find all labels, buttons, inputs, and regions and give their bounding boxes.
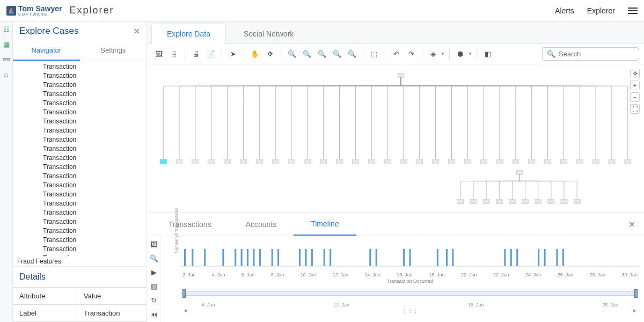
style-icon[interactable]: ⬢ <box>454 48 467 61</box>
grid-icon[interactable]: ▦ <box>2 40 11 48</box>
layout-icon[interactable]: ◈ <box>427 48 440 61</box>
svg-rect-219 <box>538 249 539 266</box>
search-box[interactable]: 🔍 <box>542 47 639 61</box>
page-icon[interactable]: 📄 <box>204 48 217 61</box>
list-item[interactable]: Transaction <box>13 126 147 135</box>
image-icon[interactable]: 🖼 <box>152 48 165 61</box>
redo-icon[interactable]: ↷ <box>405 48 418 61</box>
svg-rect-125 <box>545 159 551 164</box>
list-item[interactable]: Transaction <box>13 190 147 199</box>
svg-rect-175 <box>522 200 529 204</box>
zoom-reset-icon[interactable]: 🔍 <box>346 48 358 61</box>
time-slider[interactable] <box>182 287 638 300</box>
svg-rect-217 <box>510 249 512 266</box>
svg-rect-200 <box>253 249 254 266</box>
zoom-region-icon[interactable]: 🔍 <box>331 48 343 61</box>
fraud-features-label[interactable]: Fraud Features <box>13 257 147 266</box>
list-item[interactable]: Transaction <box>13 90 147 99</box>
zoom-out-button[interactable]: − <box>630 92 640 102</box>
navigator-list[interactable]: TransactionTransactionTransactionTransac… <box>13 61 147 257</box>
home-icon[interactable]: ⌂ <box>2 70 11 78</box>
tab-explore-data[interactable]: Explore Data <box>151 24 226 44</box>
svg-rect-212 <box>409 249 411 266</box>
list-item[interactable]: Transaction <box>13 163 147 172</box>
pan-control-icon[interactable]: ✥ <box>630 69 640 78</box>
zoom-out-icon[interactable]: 🔍 <box>301 48 313 61</box>
zoom-in-button[interactable]: + <box>630 80 640 90</box>
search-input[interactable] <box>559 50 644 58</box>
list-item[interactable]: Transaction <box>13 236 147 245</box>
graph-canvas[interactable]: ✥ + − ⛶ <box>147 64 644 213</box>
close-icon[interactable]: ✕ <box>133 26 140 36</box>
svg-rect-40 <box>272 159 279 164</box>
list-item[interactable]: Transaction <box>13 135 147 144</box>
svg-rect-183 <box>548 200 554 204</box>
list-item[interactable]: Transaction <box>13 153 147 163</box>
slider-next-icon[interactable]: ► <box>632 308 638 313</box>
y-axis-label: Number of Transactions <box>174 208 179 253</box>
svg-rect-130 <box>560 159 567 164</box>
svg-rect-95 <box>448 159 455 164</box>
tree-icon[interactable]: ☷ <box>2 25 11 33</box>
zoom-fit-icon[interactable]: 🔍 <box>316 48 328 61</box>
svg-rect-115 <box>513 159 519 164</box>
tab-transactions[interactable]: Transactions <box>151 214 229 235</box>
left-rail: ☷ ▦ 👓 ⌂ <box>0 21 13 322</box>
move-icon[interactable]: ✥ <box>264 48 276 61</box>
select-icon[interactable]: ⬚ <box>368 48 380 61</box>
print-icon[interactable]: 🖨 <box>189 48 202 61</box>
svg-rect-218 <box>516 249 518 266</box>
sidebar-title: Explore Cases <box>19 26 79 36</box>
fit-button[interactable]: ⛶ <box>630 104 640 114</box>
chart-zoom-icon[interactable]: 🔍 <box>149 253 159 263</box>
binoculars-icon[interactable]: 👓 <box>2 55 11 63</box>
tab-navigator[interactable]: Navigator <box>13 41 80 61</box>
list-item[interactable]: Transaction <box>13 80 147 90</box>
svg-rect-211 <box>403 249 405 266</box>
alerts-link[interactable]: Alerts <box>555 6 574 15</box>
chart-skip-icon[interactable]: ⏮ <box>149 309 159 319</box>
list-item[interactable]: Transaction <box>13 99 147 108</box>
chevron-down-icon[interactable]: ▼ <box>441 52 445 56</box>
list-item[interactable]: Transaction <box>13 226 147 236</box>
list-item[interactable]: Transaction <box>13 108 147 117</box>
menu-icon[interactable] <box>628 6 638 16</box>
chart-columns-icon[interactable]: ▥ <box>149 281 159 291</box>
pointer-icon[interactable]: ➤ <box>226 48 239 61</box>
list-item[interactable]: Transaction <box>13 245 147 254</box>
zoom-in-icon[interactable]: 🔍 <box>286 48 298 61</box>
svg-rect-55 <box>320 159 327 164</box>
close-icon[interactable]: ✕ <box>624 215 640 234</box>
svg-rect-204 <box>299 249 301 266</box>
list-item[interactable]: Transaction <box>13 208 147 217</box>
svg-rect-45 <box>288 159 295 164</box>
tab-accounts[interactable]: Accounts <box>229 214 294 235</box>
svg-rect-191 <box>574 200 580 204</box>
chart-image-icon[interactable]: 🖼 <box>149 239 159 249</box>
tab-settings[interactable]: Settings <box>80 41 147 61</box>
chart-refresh-icon[interactable]: ↻ <box>149 295 159 305</box>
list-item[interactable]: Transaction <box>13 62 147 71</box>
list-item[interactable]: Transaction <box>13 181 147 190</box>
tab-timeline[interactable]: Timeline <box>294 213 356 236</box>
slider-grip-icon[interactable]: ⋮⋮⋮ <box>402 308 418 313</box>
pan-icon[interactable]: ✋ <box>248 48 261 61</box>
tab-social-network[interactable]: Social Network <box>228 24 309 43</box>
undo-icon[interactable]: ↶ <box>390 48 402 61</box>
explorer-link[interactable]: Explorer <box>587 6 615 15</box>
list-item[interactable]: Transaction <box>13 217 147 226</box>
eraser-icon[interactable]: ◧ <box>481 48 494 61</box>
export-icon[interactable]: ⍈ <box>167 48 180 61</box>
list-item[interactable]: Transaction <box>13 117 147 126</box>
list-item[interactable]: Transaction <box>13 144 147 153</box>
svg-rect-90 <box>433 159 439 164</box>
chevron-down-icon[interactable]: ▼ <box>468 52 472 56</box>
slider-handle-left[interactable] <box>182 289 186 298</box>
slider-handle-right[interactable] <box>634 289 638 298</box>
chart-play-icon[interactable]: ▶ <box>149 267 159 277</box>
list-item[interactable]: Transaction <box>13 199 147 208</box>
list-item[interactable]: Transaction <box>13 71 147 80</box>
list-item[interactable]: Transaction <box>13 172 147 181</box>
slider-prev-icon[interactable]: ◄ <box>182 308 188 313</box>
list-item[interactable]: Transaction <box>13 254 147 257</box>
